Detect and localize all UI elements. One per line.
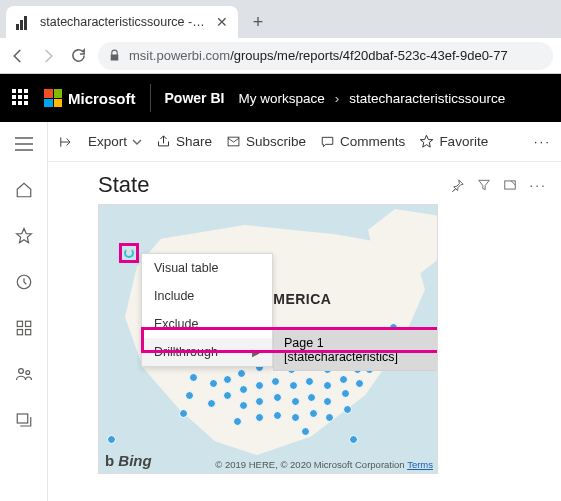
map-data-point[interactable] — [291, 397, 300, 406]
header-divider — [150, 84, 151, 112]
terms-link[interactable]: Terms — [407, 459, 433, 470]
map-data-point[interactable] — [255, 413, 264, 422]
comment-icon — [320, 135, 335, 149]
loading-spinner-icon — [124, 248, 134, 258]
svg-rect-3 — [17, 330, 22, 335]
map-data-point[interactable] — [305, 377, 314, 386]
map-data-point[interactable] — [207, 399, 216, 408]
product-name[interactable]: Power BI — [165, 90, 225, 106]
back-button[interactable] — [8, 46, 28, 66]
map-data-point[interactable] — [307, 393, 316, 402]
app-launcher-icon[interactable] — [12, 89, 30, 107]
breadcrumb-report[interactable]: statecharacteristicssource — [349, 91, 505, 106]
main-content: Export Share Subscribe Comments Favorite… — [48, 122, 561, 501]
map-data-point[interactable] — [179, 409, 188, 418]
nav-home-button[interactable] — [8, 174, 40, 206]
map-data-point[interactable] — [185, 391, 194, 400]
tab-close-icon[interactable]: ✕ — [216, 14, 228, 30]
file-menu[interactable] — [58, 135, 74, 149]
map-data-point[interactable] — [255, 397, 264, 406]
map-data-point[interactable] — [233, 417, 242, 426]
map-data-point[interactable] — [343, 405, 352, 414]
toolbar-more-button[interactable]: ··· — [534, 134, 551, 149]
drillthrough-target-item[interactable]: Page 1 [statecharacteristics] — [274, 330, 438, 370]
report-toolbar: Export Share Subscribe Comments Favorite… — [48, 122, 561, 162]
svg-point-5 — [18, 369, 23, 374]
map-data-point[interactable] — [223, 391, 232, 400]
map-data-point[interactable] — [255, 381, 264, 390]
map-data-point[interactable] — [239, 401, 248, 410]
map-data-point[interactable] — [323, 381, 332, 390]
context-menu-item-exclude[interactable]: Exclude — [142, 310, 272, 338]
share-icon — [156, 134, 171, 149]
map-data-point[interactable] — [271, 377, 280, 386]
nav-workspaces-button[interactable] — [8, 404, 40, 436]
browser-tab[interactable]: statecharacteristicssource - Powe ✕ — [6, 6, 238, 38]
visual-more-icon[interactable]: ··· — [529, 177, 547, 193]
map-attribution: © 2019 HERE, © 2020 Microsoft Corporatio… — [215, 459, 433, 470]
context-menu: Visual table Include Exclude Drillthroug… — [141, 253, 273, 367]
context-menu-item-include[interactable]: Include — [142, 282, 272, 310]
map-data-point[interactable] — [237, 369, 246, 378]
browser-toolbar: msit.powerbi.com/groups/me/reports/4f20d… — [0, 38, 561, 74]
context-menu-item-visual-table[interactable]: Visual table — [142, 254, 272, 282]
subscribe-button[interactable]: Subscribe — [226, 134, 306, 149]
map-data-point[interactable] — [323, 397, 332, 406]
focus-mode-icon[interactable] — [503, 178, 517, 192]
map-visual[interactable]: NORTH AMERICA — [98, 204, 438, 474]
svg-rect-8 — [228, 137, 239, 146]
map-data-point[interactable] — [309, 409, 318, 418]
filter-icon[interactable] — [477, 178, 491, 192]
nav-apps-button[interactable] — [8, 312, 40, 344]
breadcrumb: My workspace › statecharacteristicssourc… — [238, 91, 505, 106]
lock-icon — [108, 49, 121, 62]
map-data-point[interactable] — [273, 411, 282, 420]
mail-icon — [226, 135, 241, 148]
map-data-point[interactable] — [289, 381, 298, 390]
map-data-point[interactable] — [189, 373, 198, 382]
favorite-button[interactable]: Favorite — [419, 134, 488, 149]
svg-rect-2 — [25, 321, 30, 326]
map-data-point[interactable] — [325, 413, 334, 422]
comments-button[interactable]: Comments — [320, 134, 405, 149]
microsoft-logo[interactable]: Microsoft — [44, 89, 136, 107]
microsoft-squares-icon — [44, 89, 62, 107]
map-data-point[interactable] — [291, 413, 300, 422]
share-button[interactable]: Share — [156, 134, 212, 149]
url-text: msit.powerbi.com/groups/me/reports/4f20d… — [129, 48, 508, 63]
svg-rect-7 — [17, 414, 28, 423]
map-data-point[interactable] — [107, 435, 116, 444]
svg-point-6 — [25, 371, 29, 375]
reload-button[interactable] — [68, 46, 88, 66]
export-button[interactable]: Export — [88, 134, 142, 149]
microsoft-text: Microsoft — [68, 90, 136, 107]
map-data-point[interactable] — [301, 427, 310, 436]
powerbi-favicon — [16, 14, 32, 30]
map-data-point[interactable] — [349, 435, 358, 444]
map-data-point[interactable] — [341, 389, 350, 398]
nav-menu-button[interactable] — [8, 128, 40, 160]
subscribe-label: Subscribe — [246, 134, 306, 149]
map-data-point[interactable] — [223, 375, 232, 384]
share-label: Share — [176, 134, 212, 149]
map-data-point[interactable] — [339, 375, 348, 384]
map-data-point[interactable] — [355, 379, 364, 388]
chevron-down-icon — [132, 137, 142, 147]
nav-shared-button[interactable] — [8, 358, 40, 390]
address-bar[interactable]: msit.powerbi.com/groups/me/reports/4f20d… — [98, 42, 553, 70]
svg-rect-4 — [25, 330, 30, 335]
star-icon — [419, 134, 434, 149]
map-data-point[interactable] — [209, 379, 218, 388]
new-tab-button[interactable]: + — [244, 8, 272, 36]
nav-recent-button[interactable] — [8, 266, 40, 298]
context-menu-item-drillthrough[interactable]: Drillthrough ▶ — [142, 338, 272, 366]
chevron-right-icon: ▶ — [252, 347, 260, 358]
nav-favorites-button[interactable] — [8, 220, 40, 252]
drillthrough-submenu: Page 1 [statecharacteristics] — [273, 329, 438, 371]
map-data-point[interactable] — [273, 393, 282, 402]
map-data-point[interactable] — [239, 385, 248, 394]
forward-button[interactable] — [38, 46, 58, 66]
pin-icon[interactable] — [450, 178, 465, 193]
report-canvas: State ··· NORTH AMERICA — [48, 162, 561, 501]
breadcrumb-workspace[interactable]: My workspace — [238, 91, 324, 106]
